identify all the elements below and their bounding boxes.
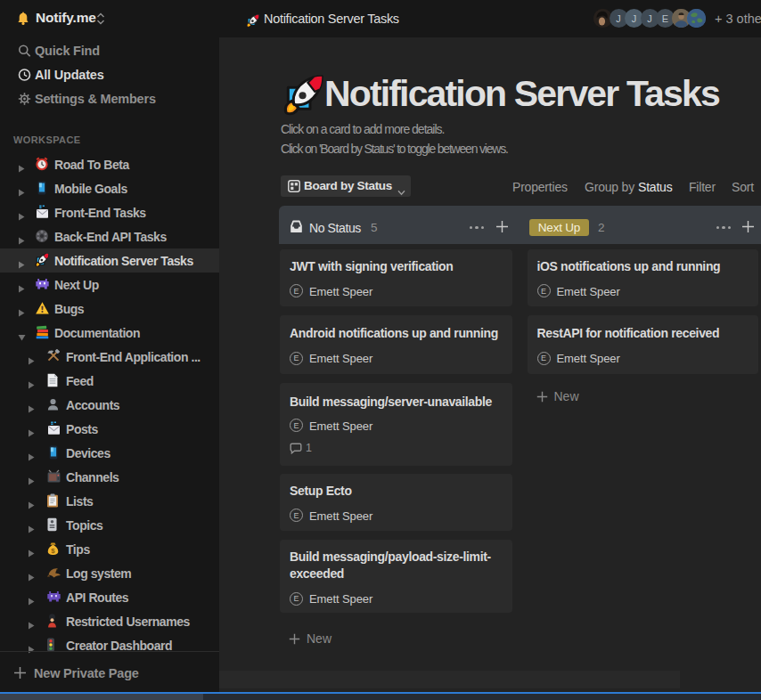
svg-text:$: $ bbox=[51, 547, 55, 555]
